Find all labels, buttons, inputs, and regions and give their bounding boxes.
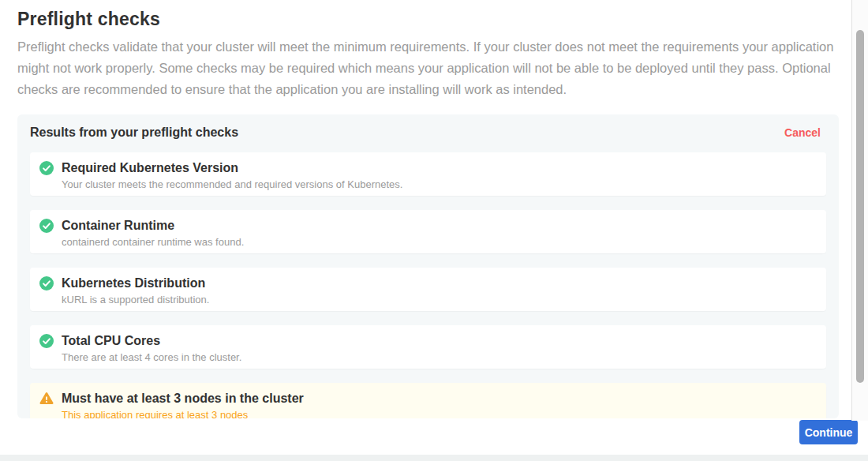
success-check-icon bbox=[39, 161, 54, 175]
scrollbar-thumb[interactable] bbox=[856, 30, 864, 383]
check-title: Required Kubernetes Version bbox=[62, 160, 402, 175]
preflight-check-row: Must have at least 3 nodes in the cluste… bbox=[30, 383, 826, 418]
success-check-icon bbox=[39, 334, 54, 348]
check-message: Your cluster meets the recommended and r… bbox=[62, 178, 402, 191]
check-text: Required Kubernetes Version Your cluster… bbox=[62, 160, 402, 191]
warning-triangle-icon bbox=[39, 392, 54, 406]
check-title: Container Runtime bbox=[62, 218, 244, 233]
bottom-strip bbox=[0, 455, 868, 461]
check-text: Total CPU Cores There are at least 4 cor… bbox=[62, 333, 241, 364]
check-title: Total CPU Cores bbox=[62, 333, 241, 348]
continue-button[interactable]: Continue bbox=[799, 420, 858, 444]
preflight-check-row: Total CPU Cores There are at least 4 cor… bbox=[30, 325, 826, 369]
check-title: Kubernetes Distribution bbox=[62, 275, 209, 290]
cancel-link[interactable]: Cancel bbox=[784, 126, 821, 139]
success-check-icon bbox=[39, 219, 54, 233]
scrollbar-track[interactable] bbox=[851, 0, 868, 421]
preflight-check-row: Required Kubernetes Version Your cluster… bbox=[30, 152, 826, 196]
check-message: containerd container runtime was found. bbox=[62, 236, 244, 249]
preflight-check-row: Container Runtime containerd container r… bbox=[30, 210, 826, 253]
check-text: Kubernetes Distribution kURL is a suppor… bbox=[62, 275, 209, 306]
check-text: Container Runtime containerd container r… bbox=[62, 218, 244, 249]
results-panel-header: Results from your preflight checks Cance… bbox=[30, 126, 826, 140]
check-text: Must have at least 3 nodes in the cluste… bbox=[62, 391, 304, 418]
check-title: Must have at least 3 nodes in the cluste… bbox=[62, 391, 304, 406]
check-message: kURL is a supported distribution. bbox=[62, 294, 209, 306]
check-message: There are at least 4 cores in the cluste… bbox=[62, 351, 241, 364]
preflight-check-row: Kubernetes Distribution kURL is a suppor… bbox=[30, 268, 826, 311]
results-heading: Results from your preflight checks bbox=[30, 126, 238, 140]
page-title: Preflight checks bbox=[17, 9, 841, 30]
page-description: Preflight checks validate that your clus… bbox=[17, 36, 841, 100]
check-list: Required Kubernetes Version Your cluster… bbox=[30, 152, 826, 418]
preflight-checks-page: Preflight checks Preflight checks valida… bbox=[0, 0, 868, 461]
success-check-icon bbox=[39, 276, 54, 290]
page-header: Preflight checks Preflight checks valida… bbox=[17, 0, 841, 100]
results-panel: Results from your preflight checks Cance… bbox=[17, 114, 839, 418]
check-message: This application requires at least 3 nod… bbox=[62, 409, 304, 418]
